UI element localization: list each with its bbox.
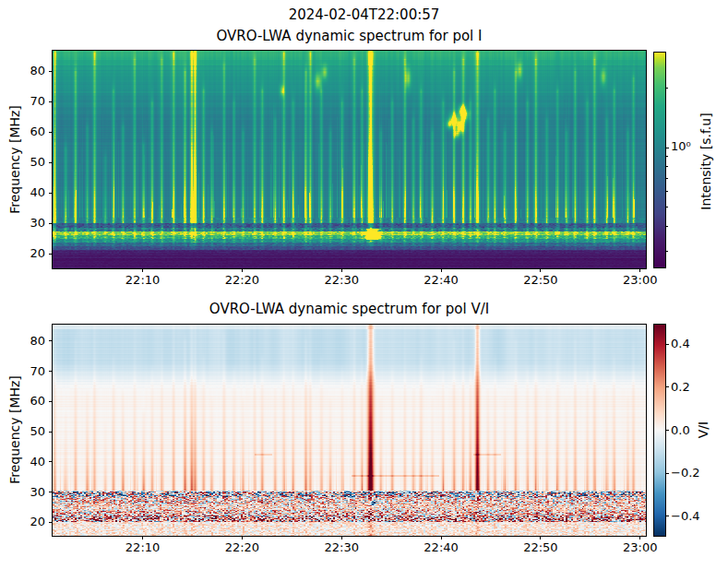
y-tick-mark	[49, 132, 53, 133]
y-tick-mark	[49, 162, 53, 163]
pol-vi-axes-frame	[52, 324, 647, 537]
colorbar-minor-tick-mark	[665, 251, 668, 252]
x-tick-mark	[639, 536, 640, 539]
x-tick-label: 23:00	[613, 273, 668, 287]
y-tick-mark	[49, 223, 53, 224]
colorbar-tick-label: 0.2	[671, 380, 690, 394]
y-tick-label: 40	[0, 455, 45, 468]
x-tick-label: 22:30	[314, 540, 369, 554]
colorbar-tick-mark	[665, 148, 669, 148]
y-tick-mark	[49, 492, 53, 492]
y-tick-label: 50	[0, 424, 45, 438]
pol-i-spectrogram-canvas	[53, 51, 646, 268]
x-tick-mark	[341, 268, 342, 272]
x-tick-label: 22:40	[413, 273, 469, 287]
x-tick-mark	[142, 536, 143, 539]
colorbar-tick-mark	[665, 430, 669, 431]
colorbar-tick-label: 10⁰	[671, 139, 691, 153]
y-tick-mark	[49, 522, 53, 523]
y-tick-label: 70	[0, 94, 45, 108]
colorbar-minor-tick-mark	[665, 207, 668, 207]
y-tick-label: 80	[0, 334, 45, 348]
y-tick-label: 70	[0, 364, 45, 378]
x-tick-mark	[441, 536, 442, 539]
y-tick-mark	[49, 193, 53, 194]
x-tick-label: 22:20	[214, 273, 269, 287]
y-tick-mark	[49, 71, 53, 72]
x-tick-label: 22:30	[314, 273, 369, 287]
pol-i-axes-frame	[52, 50, 647, 269]
colorbar-tick-mark	[665, 344, 669, 345]
y-tick-label: 80	[0, 64, 45, 77]
x-tick-mark	[242, 536, 243, 539]
x-tick-label: 23:00	[613, 540, 668, 554]
vi-colorbar	[653, 324, 666, 537]
y-tick-label: 40	[0, 185, 45, 199]
colorbar-tick-mark	[665, 473, 669, 474]
x-tick-mark	[441, 268, 442, 272]
x-tick-label: 22:20	[214, 540, 269, 554]
colorbar-tick-label: 0.0	[671, 423, 690, 437]
y-tick-label: 60	[0, 394, 45, 408]
colorbar-minor-tick-mark	[665, 166, 668, 167]
x-tick-mark	[242, 268, 243, 272]
colorbar-tick-mark	[665, 516, 669, 516]
pol-i-title: OVRO-LWA dynamic spectrum for pol I	[53, 28, 646, 44]
x-tick-mark	[639, 268, 640, 272]
y-tick-mark	[49, 371, 53, 372]
colorbar-minor-tick-mark	[665, 178, 668, 179]
y-tick-label: 30	[0, 216, 45, 230]
colorbar-tick-label: −0.4	[671, 509, 700, 523]
y-tick-label: 60	[0, 124, 45, 138]
y-tick-mark	[49, 101, 53, 102]
colorbar-minor-tick-mark	[665, 191, 668, 192]
x-tick-label: 22:40	[413, 540, 469, 554]
colorbar-minor-tick-mark	[665, 88, 668, 89]
y-tick-label: 50	[0, 155, 45, 169]
y-tick-mark	[49, 461, 53, 462]
colorbar-tick-label: 0.4	[671, 337, 690, 350]
x-tick-label: 22:10	[115, 273, 171, 287]
x-tick-mark	[341, 536, 342, 539]
y-tick-mark	[49, 401, 53, 402]
y-tick-mark	[49, 340, 53, 341]
x-tick-mark	[540, 268, 541, 272]
x-tick-mark	[142, 268, 143, 272]
pol-vi-spectrogram-canvas	[53, 325, 646, 536]
intensity-colorbar	[653, 52, 666, 268]
pol-vi-title: OVRO-LWA dynamic spectrum for pol V/I	[53, 301, 646, 317]
colorbar-tick-mark	[665, 386, 669, 387]
figure-suptitle: 2024-02-04T22:00:57	[0, 6, 728, 23]
colorbar-tick-label: −0.2	[671, 466, 700, 480]
x-tick-label: 22:10	[115, 540, 171, 554]
x-tick-label: 22:50	[513, 273, 568, 287]
intensity-colorbar-label: Intensity [s.f.u]	[698, 113, 713, 209]
vi-colorbar-label: V/I	[696, 421, 710, 438]
y-tick-label: 30	[0, 485, 45, 499]
colorbar-minor-tick-mark	[665, 156, 668, 157]
figure: 2024-02-04T22:00:57 OVRO-LWA dynamic spe…	[0, 0, 728, 569]
y-tick-mark	[49, 254, 53, 255]
y-tick-mark	[49, 432, 53, 433]
x-tick-mark	[540, 536, 541, 539]
y-tick-label: 20	[0, 246, 45, 260]
x-tick-label: 22:50	[513, 540, 568, 554]
colorbar-minor-tick-mark	[665, 226, 668, 227]
y-tick-label: 20	[0, 515, 45, 528]
